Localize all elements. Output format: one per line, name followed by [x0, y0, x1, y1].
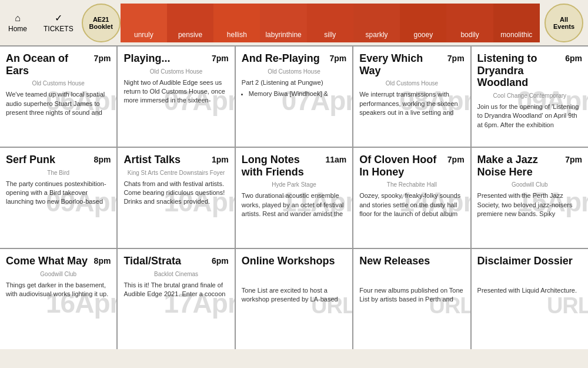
event-title-10: Come What May — [6, 255, 91, 267]
mood-tag-bodily[interactable]: bodily — [446, 4, 493, 42]
mood-tag-label: hellish — [227, 31, 247, 39]
event-description-5: The party continues postexhibition-openi… — [6, 180, 111, 207]
event-card-7[interactable]: Long Notes with Friends 11am 11Apr Hyde … — [236, 148, 352, 248]
event-header-4: Listening to Dryandra Woodland 6pm — [477, 52, 582, 89]
all-events-line2: Events — [553, 23, 574, 30]
event-description-11: This is it! The brutal grand finale of A… — [123, 281, 228, 299]
event-title-2: And Re-Playing — [242, 52, 326, 65]
event-card-2[interactable]: And Re-Playing 7pm 07Apr Old Customs Hou… — [236, 47, 352, 147]
event-header-11: Tidal/Strata 6pm — [123, 255, 228, 267]
event-description-0: We've teamed up with local spatial audio… — [6, 90, 111, 117]
event-venue-2: Old Customs House — [242, 68, 346, 75]
event-time-4: 6pm — [565, 52, 582, 63]
event-card-3[interactable]: Every Which Way 7pm 08Apr Old Customs Ho… — [353, 47, 470, 147]
event-header-7: Long Notes with Friends 11am — [242, 154, 346, 178]
event-header-10: Come What May 8pm — [6, 255, 111, 267]
mood-tag-label: gooey — [413, 31, 433, 39]
ae21-badge[interactable]: AE21 Booklet — [82, 4, 121, 42]
event-card-1[interactable]: Playing... 7pm 07Apr Old Customs House N… — [118, 47, 234, 147]
event-description-3: We interrupt transmissions with performa… — [359, 90, 464, 117]
event-time-8: 7pm — [447, 154, 465, 164]
mood-tags-container: unrulypensivehellishlabyrinthinesillyspa… — [121, 4, 540, 42]
mood-tag-label: pensive — [178, 31, 202, 39]
event-title-9: Make a Jazz Noise Here — [477, 154, 562, 178]
event-description-9: Presented with the Perth Jazz Society, t… — [477, 191, 582, 218]
event-title-1: Playing... — [123, 52, 208, 65]
event-venue-8: The Rechabite Hall — [359, 181, 464, 188]
events-grid: An Ocean of Ears 7pm 06Apr Old Customs H… — [0, 45, 588, 349]
event-card-10[interactable]: Come What May 8pm 16Apr Goodwill Club Th… — [0, 249, 116, 349]
event-header-5: Serf Punk 8pm — [6, 154, 111, 166]
event-description-8: Oozey, spooky, freaky-folky sounds and s… — [359, 191, 464, 218]
event-venue-6: King St Arts Centre Downstairs Foyer — [123, 170, 228, 176]
event-title-6: Artist Talks — [123, 154, 208, 166]
ae21-line1: AE21 — [93, 16, 109, 23]
event-card-12[interactable]: Online Workshops URL Tone List are excit… — [236, 249, 352, 349]
mood-tag-labyrinthine[interactable]: labyrinthine — [260, 4, 306, 42]
event-date-14: URL — [547, 294, 588, 317]
mood-tag-label: unruly — [134, 31, 153, 39]
event-card-6[interactable]: Artist Talks 1pm 10Apr King St Arts Cent… — [118, 148, 234, 248]
event-venue-11: Backlot Cinemas — [123, 271, 228, 277]
event-card-8[interactable]: Of Cloven Hoof In Honey 7pm 14Apr The Re… — [353, 148, 470, 248]
mood-tag-label: labyrinthine — [265, 31, 301, 39]
tickets-nav[interactable]: ✓ TICKETS — [35, 12, 82, 33]
event-description-7: Two durational acoustic ensemble works, … — [242, 191, 346, 218]
event-card-14[interactable]: Disclaimer Dossier URL Presented with Li… — [472, 249, 588, 349]
event-header-13: New Releases — [359, 255, 464, 267]
event-description-2: Part 2 (Listening at Pungwe) Memory Biwa… — [242, 78, 346, 100]
event-venue-5: The Bird — [6, 170, 111, 176]
event-header-9: Make a Jazz Noise Here 7pm — [477, 154, 582, 178]
mood-tag-label: bodily — [460, 31, 479, 39]
event-description-14: Presented with Liquid Architecture. — [477, 286, 582, 295]
home-label: Home — [8, 25, 27, 33]
event-title-4: Listening to Dryandra Woodland — [477, 52, 562, 89]
event-title-12: Online Workshops — [242, 255, 346, 267]
home-nav[interactable]: ⌂ Home — [0, 13, 35, 33]
event-time-9: 7pm — [565, 154, 582, 164]
event-description-10: Things get darker in the basement, with … — [6, 281, 111, 299]
mood-tag-label: silly — [324, 31, 336, 39]
mood-tag-unruly[interactable]: unruly — [121, 4, 167, 42]
event-time-10: 8pm — [94, 255, 111, 266]
event-time-11: 6pm — [212, 255, 229, 266]
event-card-0[interactable]: An Ocean of Ears 7pm 06Apr Old Customs H… — [0, 47, 116, 147]
event-venue-0: Old Customs House — [6, 80, 111, 87]
event-card-5[interactable]: Serf Punk 8pm 09Apr The Bird The party c… — [0, 148, 116, 248]
event-venue-7: Hyde Park Stage — [242, 181, 346, 188]
event-title-14: Disclaimer Dossier — [477, 255, 582, 267]
event-card-9[interactable]: Make a Jazz Noise Here 7pm 15Apr Goodwil… — [472, 148, 588, 248]
check-icon: ✓ — [55, 12, 62, 24]
event-card-11[interactable]: Tidal/Strata 6pm 17Apr Backlot Cinemas T… — [118, 249, 234, 349]
event-description-4: Join us for the opening of 'Listening to… — [477, 102, 582, 130]
event-time-1: 7pm — [212, 52, 229, 63]
event-time-6: 1pm — [212, 154, 229, 164]
event-time-0: 7pm — [94, 52, 111, 63]
header: ⌂ Home ✓ TICKETS AE21 Booklet unrulypens… — [0, 0, 588, 45]
event-title-5: Serf Punk — [6, 154, 91, 166]
event-time-7: 11am — [325, 154, 346, 164]
event-card-13[interactable]: New Releases URL Four new albums publish… — [353, 249, 470, 349]
event-description-13: Four new albums published on Tone List b… — [359, 286, 464, 304]
event-title-8: Of Cloven Hoof In Honey — [359, 154, 444, 178]
event-title-13: New Releases — [359, 255, 464, 267]
event-card-4[interactable]: Listening to Dryandra Woodland 6pm 09Apr… — [472, 47, 588, 147]
event-description-12: Tone List are excited to host a workshop… — [242, 286, 346, 304]
event-venue-1: Old Customs House — [123, 68, 228, 75]
event-title-11: Tidal/Strata — [123, 255, 208, 267]
event-description-1: Night two of Audible Edge sees us return… — [123, 78, 228, 105]
event-header-1: Playing... 7pm — [123, 52, 228, 65]
mood-tag-sparkly[interactable]: sparkly — [353, 4, 400, 42]
all-events-badge[interactable]: All Events — [544, 4, 583, 42]
mood-tag-monolithic[interactable]: monolithic — [493, 4, 540, 42]
mood-tag-gooey[interactable]: gooey — [400, 4, 446, 42]
event-header-6: Artist Talks 1pm — [123, 154, 228, 166]
event-header-0: An Ocean of Ears 7pm — [6, 52, 111, 77]
mood-tag-hellish[interactable]: hellish — [213, 4, 260, 42]
event-venue-10: Goodwill Club — [6, 271, 111, 277]
event-time-5: 8pm — [94, 154, 111, 164]
mood-tag-label: sparkly — [366, 31, 388, 39]
mood-tag-silly[interactable]: silly — [307, 4, 353, 42]
event-time-2: 7pm — [329, 52, 346, 63]
mood-tag-pensive[interactable]: pensive — [167, 4, 213, 42]
